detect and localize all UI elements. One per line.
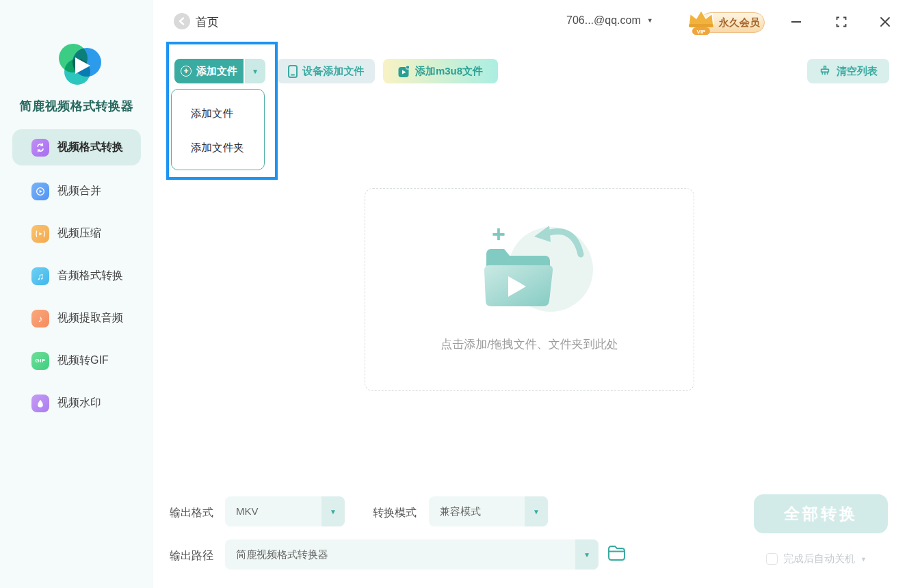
convert-all-button[interactable]: 全部转换 [754,494,888,533]
minimize-button[interactable] [788,14,804,30]
sidebar-item-label: 视频格式转换 [57,140,123,155]
broom-icon [819,65,831,77]
svg-text:+: + [492,222,505,247]
add-m3u8-label: 添加m3u8文件 [415,65,483,78]
sidebar-item-label: 视频合并 [57,184,101,198]
auto-shutdown-label: 完成后自动关机 [783,552,855,565]
convert-mode-value: 兼容模式 [440,496,481,526]
device-add-file-label: 设备添加文件 [303,65,365,78]
svg-text:VIP: VIP [697,29,707,35]
video-extract-audio-icon: ♪ [31,310,49,328]
auto-shutdown-checkbox[interactable] [766,553,778,565]
video-format-convert-icon [31,139,49,157]
add-m3u8-button[interactable]: 添加m3u8文件 [383,59,498,83]
close-button[interactable] [877,14,893,30]
main-area: 首页 706...@qq.com ▼ 永久会员 VIP + 添加文件 ▼ 设 [153,0,907,588]
output-path-select[interactable]: 简鹿视频格式转换器 ▼ [225,539,599,570]
close-icon [880,16,891,27]
video-merge-icon [31,183,49,200]
chevron-down-icon: ▼ [525,496,548,526]
chevron-down-icon: ▼ [252,68,259,75]
sidebar-item-video-extract-audio[interactable]: ♪ 视频提取音频 [12,300,141,336]
output-path-label: 输出路径 [170,549,213,563]
video-watermark-icon [31,395,49,412]
account-email: 706...@qq.com [566,14,641,27]
chevron-down-icon: ▼ [860,556,867,563]
menu-item-add-folder[interactable]: 添加文件夹 [191,137,244,158]
output-format-select[interactable]: MKV ▼ [225,496,345,526]
vip-badge[interactable]: 永久会员 VIP [684,7,766,37]
folder-illustration-icon: + [448,222,612,324]
add-file-dropdown-toggle[interactable]: ▼ [245,59,265,83]
sidebar-item-label: 音频格式转换 [57,269,123,283]
menu-item-add-file[interactable]: 添加文件 [191,103,233,124]
plus-icon: + [181,66,192,77]
arrow-left-icon [179,17,185,25]
phone-icon [288,65,298,78]
convert-all-label: 全部转换 [784,503,858,524]
sidebar-item-label: 视频水印 [57,396,101,410]
video-compress-icon [31,225,49,243]
drop-zone-hint: 点击添加/拖拽文件、文件夹到此处 [365,336,694,352]
output-format-value: MKV [236,496,259,526]
sidebar-item-video-format-convert[interactable]: 视频格式转换 [12,129,141,165]
sidebar: 简鹿视频格式转换器 视频格式转换 视频合并 视频压缩 ♫ 音频格式转换 [0,0,153,588]
convert-mode-label: 转换模式 [373,506,417,520]
chevron-down-icon: ▼ [321,496,345,526]
maximize-icon [836,16,847,27]
sidebar-item-audio-format-convert[interactable]: ♫ 音频格式转换 [12,258,141,294]
device-add-file-button[interactable]: 设备添加文件 [277,59,375,83]
audio-format-convert-icon: ♫ [31,267,49,285]
video-file-icon [398,66,410,77]
account-menu[interactable]: 706...@qq.com ▼ [566,14,676,27]
sidebar-item-video-to-gif[interactable]: GIF 视频转GIF [12,343,141,379]
maximize-button[interactable] [833,14,850,30]
sidebar-item-video-merge[interactable]: 视频合并 [12,173,141,209]
auto-shutdown-control[interactable]: 完成后自动关机 ▼ [766,552,867,565]
chevron-down-icon: ▼ [575,539,599,570]
sidebar-item-label: 视频转GIF [57,353,109,368]
output-format-label: 输出格式 [170,506,213,520]
folder-icon [607,545,626,561]
clear-list-label: 清空列表 [837,65,878,78]
sidebar-item-video-watermark[interactable]: 视频水印 [12,385,141,421]
sidebar-item-video-compress[interactable]: 视频压缩 [12,215,141,252]
browse-folder-button[interactable] [607,545,626,563]
chevron-down-icon: ▼ [647,17,653,24]
sidebar-item-label: 视频提取音频 [57,311,123,325]
file-drop-zone[interactable]: + 点击添加/拖拽文件、文件夹到此处 [365,188,694,391]
convert-mode-select[interactable]: 兼容模式 ▼ [429,496,548,526]
add-file-label: 添加文件 [196,65,237,78]
sidebar-item-label: 视频压缩 [57,226,101,241]
page-title: 首页 [196,14,219,30]
video-to-gif-icon: GIF [31,352,49,370]
output-path-value: 简鹿视频格式转换器 [236,539,328,570]
add-file-dropdown-menu: 添加文件 添加文件夹 [171,89,265,170]
add-file-button[interactable]: + 添加文件 [174,59,244,83]
minimize-icon [791,16,802,27]
app-logo-icon [57,42,101,86]
crown-icon: VIP [684,7,718,37]
app-title: 简鹿视频格式转换器 [0,98,153,114]
back-button[interactable] [174,13,190,29]
clear-list-button[interactable]: 清空列表 [807,59,889,83]
